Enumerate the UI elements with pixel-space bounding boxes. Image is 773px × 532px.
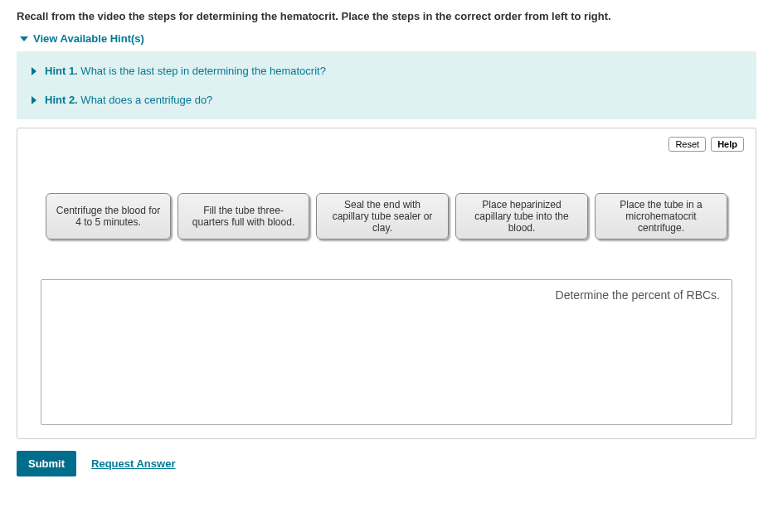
submit-button[interactable]: Submit [17,451,76,476]
request-answer-link[interactable]: Request Answer [91,457,175,470]
reset-button[interactable]: Reset [668,137,706,152]
tiles-source: Centrifuge the blood for 4 to 5 minutes.… [29,193,744,239]
draggable-tile[interactable]: Place the tube in a microhematocrit cent… [595,193,727,239]
draggable-tile[interactable]: Centrifuge the blood for 4 to 5 minutes. [46,193,171,239]
caret-right-icon [32,67,36,75]
hint-row[interactable]: Hint 1. What is the last step in determi… [17,56,756,85]
hints-panel: Hint 1. What is the last step in determi… [17,51,756,119]
question-text: Recall from the video the steps for dete… [17,10,756,22]
caret-down-icon [20,36,28,41]
draggable-tile[interactable]: Seal the end with capillary tube sealer … [316,193,449,239]
hint-row[interactable]: Hint 2. What does a centrifuge do? [17,85,756,114]
hint-text: What is the last step in determining the… [80,65,326,77]
toolbar: Reset Help [29,137,744,152]
hints-toggle[interactable]: View Available Hint(s) [20,32,756,45]
help-button[interactable]: Help [711,137,744,152]
dropzone-placeholder: Determine the percent of RBCs. [556,288,720,302]
dropzone[interactable]: Determine the percent of RBCs. [41,279,732,425]
caret-right-icon [32,96,36,104]
hint-number: Hint 2. [45,94,78,106]
draggable-tile[interactable]: Fill the tube three-quarters full with b… [177,193,309,239]
hint-number: Hint 1. [45,65,78,77]
draggable-tile[interactable]: Place heparinized capillary tube into th… [455,193,588,239]
hints-toggle-label: View Available Hint(s) [33,32,144,45]
hint-text: What does a centrifuge do? [80,94,212,106]
interaction-area: Reset Help Centrifuge the blood for 4 to… [17,128,756,439]
footer: Submit Request Answer [17,451,756,476]
